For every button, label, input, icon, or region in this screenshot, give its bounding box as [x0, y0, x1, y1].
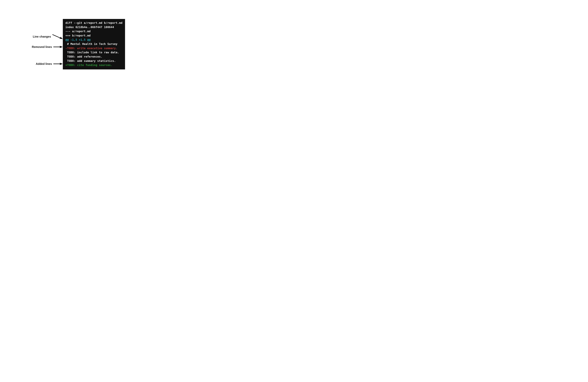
diff-context-line: TODO: include link to raw data.	[65, 50, 123, 55]
label-line-changes: Line changes	[33, 35, 51, 38]
annotations-column: Line changes Removed lines Added lines	[21, 19, 63, 69]
label-added-lines-row: Added lines	[36, 62, 63, 65]
diff-hunk-header: @@ -1,5 +1,5 @@	[65, 38, 123, 42]
label-removed-lines: Removed lines	[32, 45, 52, 49]
arrow-icon	[52, 34, 63, 39]
svg-marker-1	[60, 37, 63, 39]
arrow-icon	[53, 62, 63, 65]
diff-terminal: diff --git a/report.md b/report.md index…	[63, 19, 125, 69]
arrow-icon	[53, 45, 63, 48]
diff-new-file-line: +++ b/report.md	[65, 34, 123, 38]
diff-context-line: TODO: add references.	[65, 55, 123, 59]
svg-marker-5	[60, 63, 63, 65]
label-added-lines: Added lines	[36, 62, 52, 65]
label-removed-lines-row: Removed lines	[32, 45, 63, 49]
diff-old-file-line: --- a/report.md	[65, 29, 123, 34]
diff-context-line: # Mental Health in Tech Survey	[65, 42, 123, 46]
svg-line-0	[53, 35, 61, 38]
diff-context-line: TODO: add summary statistics.	[65, 59, 123, 63]
diff-header-line: diff --git a/report.md b/report.md	[65, 21, 123, 25]
svg-marker-3	[60, 46, 63, 48]
label-line-changes-row: Line changes	[33, 34, 63, 39]
diff-index-line: index 6218b4e..066f447 100644	[65, 25, 123, 29]
diff-added-line: +TODO: cite funding sources.	[65, 63, 123, 67]
diff-removed-line: -TODO: write executive summary.	[65, 46, 123, 50]
